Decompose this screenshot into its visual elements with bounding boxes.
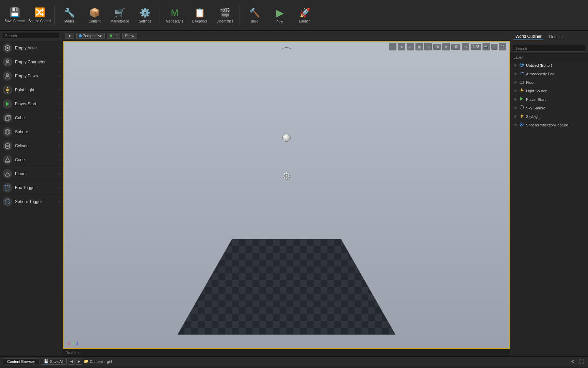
play-button[interactable]: ▶ Play — [268, 2, 292, 29]
actor-icon-2 — [3, 71, 12, 81]
grid-size-display: 10 — [433, 44, 441, 50]
settings-tool-button[interactable]: ⚙ — [569, 358, 576, 365]
actor-item-box-trigger[interactable]: Box Trigger○ — [0, 181, 63, 195]
megascans-button[interactable]: M Megascans — [163, 2, 186, 29]
outliner-type-icon-3 — [519, 88, 524, 94]
actor-info-0: ○ — [58, 46, 60, 50]
scale-snap-button[interactable]: ⤡ — [462, 43, 469, 50]
nav-back-button[interactable]: ◀ — [68, 358, 75, 365]
grid-button[interactable]: ⊞ — [424, 43, 432, 50]
expand-button[interactable]: ⛶ — [578, 358, 585, 365]
actor-info-9: ○ — [58, 172, 60, 176]
outliner-item-skylight[interactable]: 👁SkyLight — [510, 112, 588, 121]
outliner-name-5: Sky Sphere — [526, 106, 585, 110]
x-axis: X — [68, 342, 70, 346]
build-icon: 🔨 — [249, 7, 260, 18]
outliner-item-player-start[interactable]: 👁Player Start — [510, 95, 588, 104]
actor-name-9: Plane — [15, 171, 55, 176]
visibility-icon-1: 👁 — [513, 72, 517, 76]
toolbar-separator-1 — [54, 5, 55, 26]
actor-icon-9 — [3, 169, 12, 179]
breadcrumb-root[interactable]: Content — [90, 359, 103, 364]
viewport-dropdown-button[interactable]: ▼ — [65, 33, 74, 39]
lit-button[interactable]: Lit — [107, 33, 120, 39]
source-control-button[interactable]: 🔀 Source Control — [28, 2, 52, 29]
actor-name-10: Box Trigger — [15, 185, 55, 190]
svg-point-26 — [5, 199, 10, 204]
outliner-item-untitled-(editor)[interactable]: 👁Untitled (Editor) — [510, 61, 588, 70]
actor-item-player-start[interactable]: Player Start○ — [0, 97, 63, 111]
translate-button[interactable]: ↔ — [389, 43, 396, 50]
outliner-item-sky-sphere[interactable]: 👁Sky Sphere — [510, 104, 588, 112]
settings-button[interactable]: ⚙️ Settings — [133, 2, 157, 29]
toolbar-separator-2 — [160, 5, 160, 26]
breadcrumb-separator: › — [104, 359, 105, 364]
actor-search-input[interactable] — [3, 33, 60, 39]
svg-point-37 — [521, 89, 523, 91]
outliner-item-light-source[interactable]: 👁Light Source — [510, 87, 588, 95]
blueprints-button[interactable]: 📋 Blueprints — [188, 2, 212, 29]
actor-item-empty-pawn[interactable]: Empty Pawn○ — [0, 69, 63, 83]
actor-name-8: Cone — [15, 157, 55, 162]
rotate-button[interactable]: ↻ — [398, 43, 405, 50]
actor-item-empty-character[interactable]: Empty Character○ — [0, 55, 63, 69]
actor-item-cube[interactable]: Cube○ — [0, 111, 63, 125]
content-browser-tab[interactable]: Content Browser — [3, 358, 39, 364]
nav-arrows: ◀ ▶ — [68, 358, 82, 365]
launch-button[interactable]: 🚀 Launch — [293, 2, 317, 29]
svg-marker-42 — [520, 97, 523, 101]
content-button[interactable]: 📦 Content — [83, 2, 107, 29]
modes-button[interactable]: 🔧 Modes — [58, 2, 81, 29]
outliner-item-spherereflectioncapture[interactable]: 👁SphereReflectionCapture — [510, 121, 588, 129]
actor-item-sphere[interactable]: Sphere○ — [0, 125, 63, 139]
actor-item-plane[interactable]: Plane○ — [0, 167, 63, 181]
outliner-item-floor[interactable]: 👁Floor — [510, 78, 588, 87]
marketplace-button[interactable]: 🛒 Marketplace — [108, 2, 132, 29]
save-current-button[interactable]: 💾 Save Current — [3, 2, 27, 29]
lit-indicator — [110, 34, 112, 37]
cinematics-button[interactable]: 🎬 Cinematics — [213, 2, 237, 29]
bottom-panel-tabs: Content Browser 💾 Save All ◀ ▶ 📁 Content… — [0, 357, 588, 366]
outliner-type-icon-6 — [519, 113, 524, 119]
outliner-type-icon-0 — [519, 62, 524, 68]
scale-button[interactable]: ⤢ — [407, 43, 414, 50]
modes-icon: 🔧 — [64, 7, 75, 18]
show-button[interactable]: Show — [122, 33, 137, 39]
perspective-button[interactable]: Perspective — [76, 33, 105, 39]
angle-button[interactable]: ⌀ — [442, 43, 450, 50]
svg-point-18 — [5, 144, 10, 145]
save-all-button[interactable]: 💾 Save All — [41, 358, 67, 365]
actor-name-1: Empty Character — [15, 60, 55, 64]
perspective-indicator — [79, 34, 82, 37]
outliner-item-atmospheric-fog[interactable]: 👁Atmospheric Fog — [510, 70, 588, 78]
toolbar-separator-3 — [240, 5, 240, 26]
outliner-type-icon-4 — [519, 96, 524, 102]
megascans-icon: M — [171, 7, 178, 18]
actor-info-7: ○ — [58, 144, 60, 148]
actor-info-10: ○ — [58, 186, 60, 190]
actor-name-4: Player Start — [15, 102, 55, 106]
world-outliner-tab[interactable]: World Outliner — [513, 33, 543, 40]
build-button[interactable]: 🔨 Build — [243, 2, 266, 29]
visibility-icon-5: 👁 — [513, 106, 517, 110]
actor-icon-3 — [3, 85, 12, 95]
nav-forward-button[interactable]: ▶ — [76, 358, 82, 365]
actor-item-cylinder[interactable]: Cylinder○ — [0, 139, 63, 153]
surface-button[interactable]: ▦ — [415, 43, 423, 50]
outliner-search-input[interactable] — [513, 45, 585, 52]
actor-item-point-light[interactable]: Point Light○ — [0, 83, 63, 97]
actor-item-cone[interactable]: Cone○ — [0, 153, 63, 167]
actor-icon-6 — [3, 127, 12, 137]
actor-item-empty-actor[interactable]: Empty Actor○ — [0, 41, 63, 55]
camera-button[interactable]: 📷 — [483, 43, 490, 50]
details-tab[interactable]: Details — [547, 34, 564, 40]
actor-icon-11 — [3, 197, 12, 206]
viewport-canvas[interactable]: ⌒ ⚙ — [63, 41, 510, 349]
maximize-button[interactable]: ⛶ — [499, 43, 506, 50]
outliner-type-icon-1 — [519, 71, 524, 77]
actor-name-2: Empty Pawn — [15, 74, 55, 78]
content-browser-section: Content Browser 💾 Save All ◀ ▶ 📁 Content… — [0, 356, 588, 368]
actor-item-sphere-trigger[interactable]: Sphere Trigger○ — [0, 195, 63, 209]
breadcrumb-current[interactable]: girl — [107, 359, 112, 364]
marketplace-icon: 🛒 — [114, 7, 125, 18]
